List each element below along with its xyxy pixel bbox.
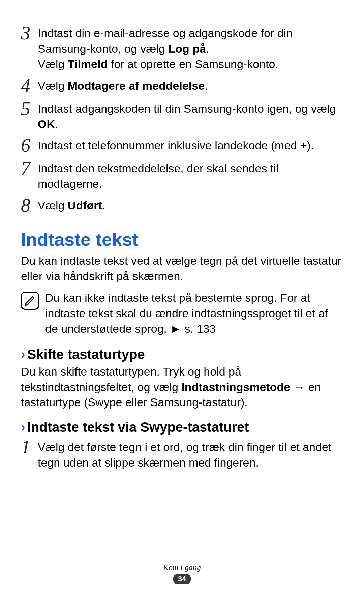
sub-heading-1: › Skifte tastaturtype <box>21 347 343 362</box>
footer-section-label: Kom i gang <box>0 563 364 572</box>
section-title: Indtaste tekst <box>21 229 343 250</box>
step-body: Vælg det første tegn i et ord, og træk d… <box>38 437 343 471</box>
step-body: Indtast adgangskoden til din Samsung-kon… <box>38 98 343 132</box>
page-footer: Kom i gang 34 <box>0 563 364 584</box>
step-body: Vælg Modtagere af meddelelse. <box>38 76 343 94</box>
step-number: 4 <box>21 76 38 95</box>
step-item: 7Indtast den tekstmeddelelse, der skal s… <box>21 158 343 192</box>
sub-heading-1-label: Skifte tastaturtype <box>27 347 145 362</box>
chevron-icon: › <box>21 420 25 435</box>
steps-list-a: 3Indtast din e-mail-adresse og adgangsko… <box>21 23 343 215</box>
step-number: 5 <box>21 98 38 118</box>
note-text: Du kan ikke indtaste tekst på bestemte s… <box>45 290 343 337</box>
sub-heading-2-label: Indtaste tekst via Swype-tastaturet <box>27 420 249 435</box>
step-number: 6 <box>21 135 38 155</box>
step-number: 3 <box>21 23 38 42</box>
step-item: 3Indtast din e-mail-adresse og adgangsko… <box>21 23 343 72</box>
step-item: 8Vælg Udført. <box>21 195 343 215</box>
step-body: Vælg Udført. <box>38 195 343 213</box>
swype-step-1: 1 Vælg det første tegn i et ord, og træk… <box>21 437 343 471</box>
step-number: 7 <box>21 158 38 178</box>
sub-heading-2: › Indtaste tekst via Swype-tastaturet <box>21 420 343 435</box>
step-body: Indtast den tekstmeddelelse, der skal se… <box>38 158 343 192</box>
step-item: 6Indtast et telefonnummer inklusive land… <box>21 135 343 155</box>
step-body: Indtast et telefonnummer inklusive lande… <box>38 135 343 153</box>
step-item: 4Vælg Modtagere af meddelelse. <box>21 76 343 95</box>
note-box: Du kan ikke indtaste tekst på bestemte s… <box>21 290 343 337</box>
sub-body-1: Du kan skifte tastaturtypen. Tryk og hol… <box>21 364 343 411</box>
step-body: Indtast din e-mail-adresse og adgangskod… <box>38 23 343 72</box>
note-icon <box>21 292 39 310</box>
step-number: 1 <box>21 437 38 456</box>
footer-page-number: 34 <box>173 574 191 584</box>
page-content: 3Indtast din e-mail-adresse og adgangsko… <box>0 0 364 471</box>
step-item: 5Indtast adgangskoden til din Samsung-ko… <box>21 98 343 132</box>
section-intro: Du kan indtaste tekst ved at vælge tegn … <box>21 253 343 284</box>
step-number: 8 <box>21 195 38 215</box>
chevron-icon: › <box>21 347 25 362</box>
